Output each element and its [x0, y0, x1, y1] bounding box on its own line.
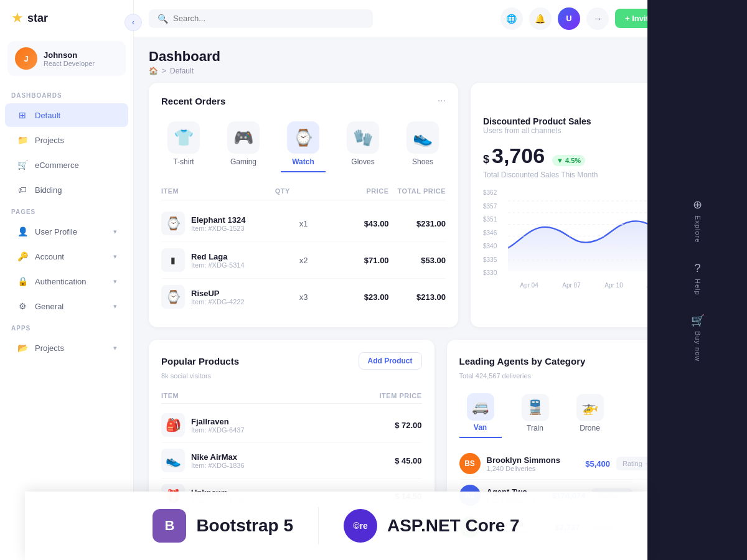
logo: ★ star — [0, 0, 133, 36]
col-total: TOTAL PRICE — [389, 187, 446, 195]
tab-van[interactable]: 🚐 Van — [459, 388, 502, 438]
col-qty: QTY — [275, 187, 332, 195]
sidebar-item-label: Projects — [35, 136, 64, 145]
user-profile-card[interactable]: J Johnson React Developer — [7, 41, 126, 76]
item-price: $71.00 — [332, 256, 388, 265]
item-sku: Item: #XDG-1523 — [191, 225, 245, 232]
card-menu-icon[interactable]: ··· — [438, 95, 446, 106]
settings-icon: ⚙ — [16, 300, 29, 312]
agent-earnings: $5,400 — [566, 459, 610, 469]
item-name: Red Laga — [191, 252, 245, 261]
tag-icon: 🏷 — [16, 184, 29, 196]
chart-y-label: $351 — [483, 216, 497, 223]
folder-icon: 📁 — [16, 134, 29, 146]
product-row: 🎒 Fjallraven Item: #XDG-6437 $ 72.00 — [161, 408, 422, 443]
notification-icon-button[interactable]: 🔔 — [529, 7, 552, 30]
breadcrumb-sep: > — [162, 67, 166, 75]
bootstrap-label: Bootstrap 5 — [196, 516, 293, 536]
sidebar-item-authentication[interactable]: 🔒 Authentication ▾ — [5, 269, 128, 293]
sidebar-item-projects[interactable]: 📁 Projects — [5, 128, 128, 152]
col-price: PRICE — [332, 187, 388, 195]
tab-shoes[interactable]: 👟 Shoes — [400, 116, 445, 172]
sidebar-item-default[interactable]: ⊞ Default — [5, 103, 128, 127]
tab-train[interactable]: 🚆 Train — [514, 389, 557, 437]
sidebar-item-label: Account — [35, 252, 64, 261]
item-total: $53.00 — [389, 256, 446, 265]
item-sku: Item: #XDG-4222 — [191, 298, 245, 306]
chevron-down-icon: ▾ — [113, 228, 117, 236]
sidebar-item-general[interactable]: ⚙ General ▾ — [5, 294, 128, 318]
tab-tshirt[interactable]: 👕 T-shirt — [161, 116, 206, 172]
section-title: Popular Products — [161, 356, 239, 366]
avatar: J — [15, 47, 37, 70]
help-icon: ? — [694, 262, 700, 275]
gloves-icon: 🧤 — [347, 121, 379, 154]
van-icon: 🚐 — [467, 393, 494, 421]
sidebar-item-user-profile[interactable]: 👤 User Profile ▾ — [5, 220, 128, 243]
tab-drone[interactable]: 🚁 Drone — [569, 389, 611, 437]
explore-icon: ⊕ — [693, 198, 702, 212]
card-header: Recent Orders ··· — [161, 95, 446, 106]
table-row: ⌚ RiseUP Item: #XDG-4222 x3 $23.00 $213.… — [161, 279, 446, 315]
item-image: ▮ — [161, 248, 185, 272]
tab-gaming[interactable]: 🎮 Gaming — [221, 116, 266, 172]
app-folder-icon: 📂 — [16, 342, 29, 354]
badge-value: 4.5% — [565, 157, 581, 164]
watch-icon: ⌚ — [287, 121, 319, 154]
arrow-right-icon-button[interactable]: → — [586, 7, 609, 30]
stats-badge: ▼ 4.5% — [552, 155, 585, 166]
add-product-button[interactable]: Add Product — [359, 352, 422, 370]
globe-icon-button[interactable]: 🌐 — [500, 7, 523, 30]
section-title: Leading Agents by Category — [459, 356, 586, 366]
chart-y-label: $357 — [483, 203, 497, 210]
product-row: 👟 Nike AirMax Item: #XDG-1836 $ 45.00 — [161, 443, 422, 478]
sidebar-item-label: Authentication — [35, 277, 86, 286]
search-box[interactable]: 🔍 — [149, 9, 373, 28]
item-qty: x3 — [275, 292, 332, 302]
dashboards-section-label: DASHBOARDS — [0, 86, 133, 103]
chevron-down-icon: ▾ — [113, 302, 117, 310]
help-panel-item[interactable]: ? Help — [694, 262, 702, 296]
chart-x-label: Apr 10 — [604, 282, 622, 289]
tab-gloves[interactable]: 🧤 Gloves — [341, 116, 385, 172]
chart-y-labels: $362 $357 $351 $346 $340 $335 $330 — [483, 189, 497, 276]
tab-watch[interactable]: ⌚ Watch — [281, 116, 326, 172]
grid-icon: ⊞ — [16, 109, 29, 121]
buy-panel-item[interactable]: 🛒 Buy now — [691, 314, 705, 362]
pages-section-label: PAGES — [0, 202, 133, 219]
help-label: Help — [694, 279, 702, 296]
bootstrap-icon: B — [153, 509, 186, 543]
sidebar-item-label: Projects — [35, 343, 64, 353]
key-icon: 🔑 — [16, 250, 29, 263]
train-icon: 🚆 — [522, 394, 549, 421]
sidebar-item-label: eCommerce — [35, 161, 79, 170]
item-sku: Item: #XDG-6437 — [191, 426, 245, 434]
table-row: ▮ Red Laga Item: #XDG-5314 x2 $71.00 $53… — [161, 242, 446, 279]
aspnet-symbol: ©re — [353, 521, 368, 531]
sidebar-item-account[interactable]: 🔑 Account ▾ — [5, 245, 128, 268]
item-image: 👟 — [161, 449, 185, 472]
search-input[interactable] — [173, 14, 364, 23]
item-price: $ 45.00 — [335, 456, 422, 465]
tab-label: Van — [474, 423, 487, 432]
tab-label: Shoes — [412, 157, 433, 166]
collapse-sidebar-button[interactable]: ‹ — [125, 14, 142, 31]
chevron-down-icon: ▾ — [113, 344, 117, 352]
bootstrap-item: B Bootstrap 5 — [128, 497, 318, 555]
sidebar-item-ecommerce[interactable]: 🛒 eCommerce — [5, 153, 128, 177]
explore-panel-item[interactable]: ⊕ Explore — [693, 198, 702, 243]
aspnet-label: ASP.NET Core 7 — [387, 516, 520, 536]
trend-down-icon: ▼ — [557, 157, 563, 164]
section-header: Popular Products Add Product — [161, 352, 422, 370]
stats-number: 3,706 — [492, 144, 545, 168]
sidebar-item-apps-projects[interactable]: 📂 Projects ▾ — [5, 336, 128, 360]
shoes-icon: 👟 — [406, 121, 439, 154]
explore-label: Explore — [694, 215, 702, 243]
logo-text: star — [27, 12, 48, 25]
item-price: $23.00 — [332, 292, 388, 302]
item-sku: Item: #XDG-5314 — [191, 261, 245, 269]
item-info: ⌚ RiseUP Item: #XDG-4222 — [161, 285, 275, 309]
topbar-avatar[interactable]: U — [558, 7, 580, 30]
item-qty: x2 — [275, 256, 332, 265]
sidebar-item-bidding[interactable]: 🏷 Bidding — [5, 178, 128, 202]
